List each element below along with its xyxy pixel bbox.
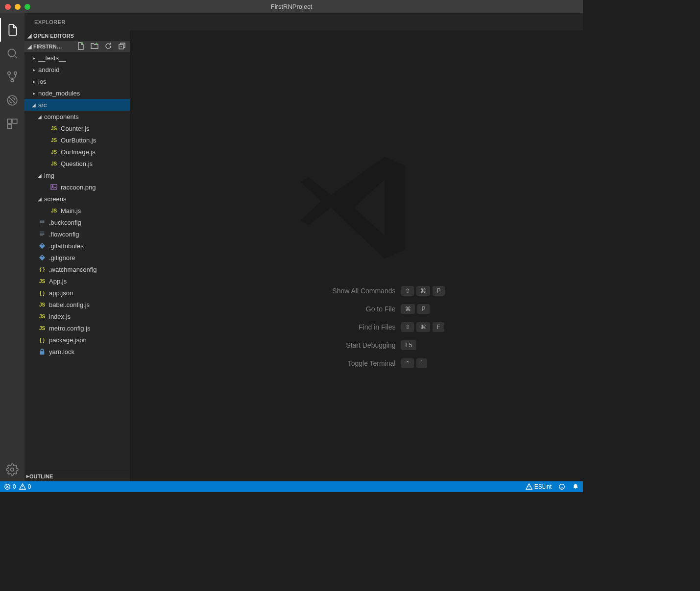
svg-rect-6 — [13, 119, 17, 123]
folder-tree-item[interactable]: ◢screens — [24, 193, 130, 205]
shortcut-label: Toggle Terminal — [268, 359, 395, 367]
source-control-activity-icon[interactable] — [0, 65, 24, 89]
folder-tree-item[interactable]: ◢src — [24, 99, 130, 111]
status-bell-icon[interactable] — [572, 483, 579, 490]
refresh-icon[interactable] — [104, 42, 112, 51]
file-tree-item[interactable]: { }package.json — [24, 334, 130, 346]
file-tree-item[interactable]: JSOurImage.js — [24, 146, 130, 158]
chevron-right-icon: ▸ — [31, 91, 36, 96]
file-tree-item[interactable]: JSQuestion.js — [24, 158, 130, 169]
window-minimize-button[interactable] — [15, 4, 21, 10]
tree-item-label: img — [44, 172, 54, 179]
tree-item-label: babel.config.js — [49, 301, 90, 308]
window-close-button[interactable] — [5, 4, 11, 10]
js-file-icon: JS — [38, 312, 46, 320]
file-tree-item[interactable]: .flowconfig — [24, 228, 130, 240]
chevron-right-icon: ▸ — [31, 67, 36, 72]
file-tree-item[interactable]: .buckconfig — [24, 216, 130, 228]
tree-item-label: .gitignore — [49, 254, 75, 261]
tree-item-label: screens — [44, 195, 67, 203]
svg-point-1 — [8, 72, 10, 74]
explorer-activity-icon[interactable] — [0, 18, 24, 42]
outline-section-header[interactable]: ▸ OUTLINE — [24, 471, 130, 481]
svg-rect-7 — [7, 124, 12, 129]
json-file-icon: { } — [38, 336, 46, 344]
keyboard-key: ⇧ — [401, 322, 414, 332]
json-file-icon: { } — [38, 265, 46, 273]
file-tree-item[interactable]: JSCounter.js — [24, 122, 130, 134]
shortcut-keys: ⌃` — [401, 358, 427, 368]
file-tree-item[interactable]: JSMain.js — [24, 205, 130, 216]
status-warnings[interactable]: 0 — [19, 483, 31, 490]
folder-tree-item[interactable]: ▸ios — [24, 75, 130, 87]
svg-point-0 — [8, 49, 15, 56]
keyboard-key: F5 — [401, 340, 416, 350]
lock-file-icon — [38, 348, 46, 355]
tree-item-label: .watchmanconfig — [49, 266, 97, 273]
status-errors[interactable]: 0 — [4, 483, 16, 490]
file-tree-item[interactable]: raccoon.png — [24, 181, 130, 193]
keyboard-key: ⌘ — [416, 322, 430, 332]
folder-tree-item[interactable]: ▸node_modules — [24, 87, 130, 99]
statusbar: 0 0 ESLint — [0, 481, 583, 492]
eslint-label: ESLint — [534, 483, 552, 490]
file-tree-item[interactable]: { }app.json — [24, 287, 130, 299]
folder-tree-item[interactable]: ▸android — [24, 64, 130, 75]
file-tree-item[interactable]: .gitattributes — [24, 240, 130, 252]
tree-item-label: .flowconfig — [49, 231, 79, 238]
chevron-down-icon: ◢ — [31, 102, 36, 108]
project-label: FIRSTRN… — [33, 44, 62, 49]
svg-rect-10 — [51, 185, 57, 190]
folder-tree-item[interactable]: ◢components — [24, 111, 130, 122]
chevron-down-icon: ◢ — [37, 114, 42, 119]
file-tree-item[interactable]: { }.watchmanconfig — [24, 263, 130, 275]
new-folder-icon[interactable] — [91, 42, 98, 51]
debug-activity-icon[interactable] — [0, 89, 24, 112]
js-file-icon: JS — [38, 277, 46, 285]
chevron-down-icon: ◢ — [37, 173, 42, 178]
tree-item-label: metro.config.js — [49, 325, 91, 332]
file-tree-item[interactable]: .gitignore — [24, 252, 130, 263]
open-editors-section-header[interactable]: ◢ OPEN EDITORS — [24, 30, 130, 41]
open-editors-label: OPEN EDITORS — [33, 33, 74, 39]
tree-item-label: .gitattributes — [49, 242, 84, 250]
window-title: FirstRNProject — [271, 3, 313, 10]
text-file-icon — [38, 218, 46, 226]
keyboard-key: ⌘ — [401, 304, 415, 314]
sidebar-title: EXPLORER — [24, 13, 130, 30]
file-tree-item[interactable]: JSOurButton.js — [24, 134, 130, 146]
js-file-icon: JS — [38, 324, 46, 332]
keyboard-shortcuts-list: Show All Commands⇧⌘PGo to File⌘PFind in … — [268, 286, 444, 368]
extensions-activity-icon[interactable] — [0, 112, 24, 136]
file-tree: ▸__tests__▸android▸ios▸node_modules◢src◢… — [24, 52, 130, 471]
tree-item-label: components — [44, 113, 79, 120]
file-tree-item[interactable]: JSindex.js — [24, 310, 130, 322]
file-tree-item[interactable]: JSbabel.config.js — [24, 299, 130, 310]
window-maximize-button[interactable] — [24, 4, 30, 10]
file-tree-item[interactable]: JSApp.js — [24, 275, 130, 287]
search-activity-icon[interactable] — [0, 42, 24, 65]
svg-rect-5 — [7, 119, 12, 123]
tree-item-label: Main.js — [61, 207, 81, 214]
settings-gear-icon[interactable] — [0, 458, 24, 481]
shortcut-row: Toggle Terminal⌃` — [268, 358, 444, 368]
keyboard-key: F — [433, 322, 444, 332]
keyboard-key: ` — [416, 358, 427, 368]
project-section-header[interactable]: ◢ FIRSTRN… — [24, 41, 130, 52]
chevron-down-icon: ◢ — [26, 44, 32, 50]
text-file-icon — [38, 230, 46, 238]
status-eslint[interactable]: ESLint — [526, 483, 552, 490]
folder-tree-item[interactable]: ◢img — [24, 169, 130, 181]
errors-count: 0 — [13, 483, 16, 490]
new-file-icon[interactable] — [77, 42, 85, 51]
js-file-icon: JS — [50, 160, 58, 167]
folder-tree-item[interactable]: ▸__tests__ — [24, 52, 130, 64]
warnings-count: 0 — [28, 483, 31, 490]
file-tree-item[interactable]: yarn.lock — [24, 346, 130, 357]
status-feedback-icon[interactable] — [558, 483, 565, 490]
collapse-all-icon[interactable] — [118, 42, 126, 51]
svg-point-2 — [14, 72, 17, 74]
js-file-icon: JS — [38, 301, 46, 308]
file-tree-item[interactable]: JSmetro.config.js — [24, 322, 130, 334]
shortcut-label: Find in Files — [268, 323, 395, 331]
